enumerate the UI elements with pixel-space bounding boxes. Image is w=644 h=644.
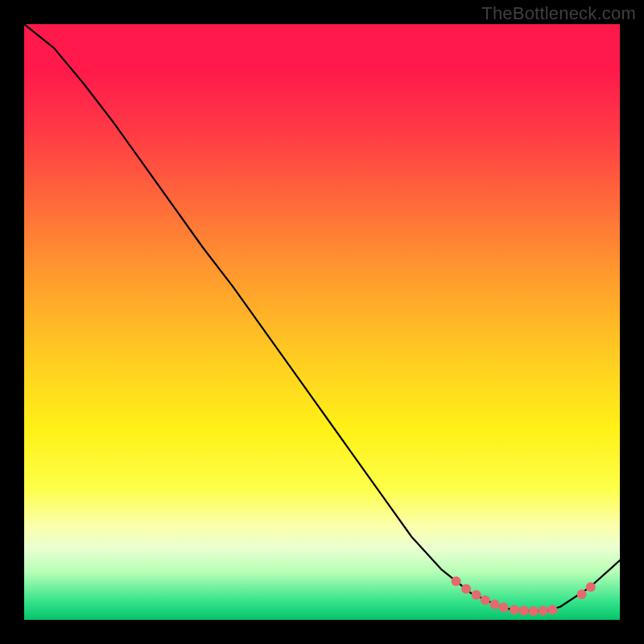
curve-marker (539, 606, 548, 616)
curve-marker (499, 602, 509, 612)
curve-marker (547, 605, 557, 614)
curve-marker (510, 605, 519, 614)
plot-area (24, 24, 620, 620)
curve-marker (481, 596, 490, 605)
curve-marker (472, 590, 481, 600)
curve-layer (24, 24, 620, 620)
curve-marker (519, 606, 529, 616)
curve-marker (577, 589, 587, 599)
curve-path (24, 24, 620, 611)
curve-marker (452, 576, 461, 586)
curve-marker (529, 606, 539, 616)
watermark-text: TheBottleneck.com (481, 3, 636, 24)
chart-frame: TheBottleneck.com (0, 0, 644, 644)
curve-marker (461, 584, 471, 594)
curve-marker (490, 600, 500, 609)
curve-marker (586, 582, 596, 592)
marker-group (452, 576, 596, 616)
